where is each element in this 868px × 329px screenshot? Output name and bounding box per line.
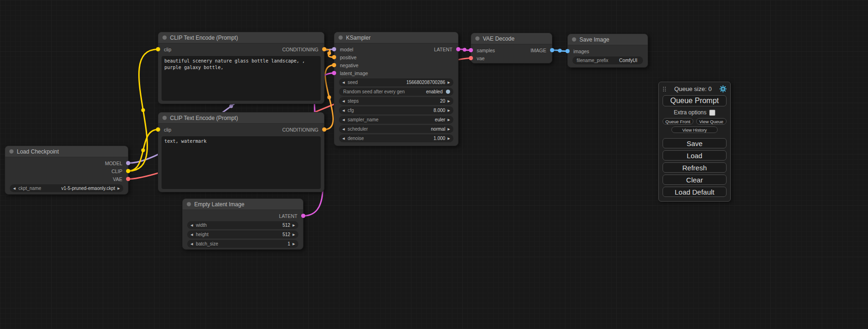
widget-value[interactable]: v1-5-pruned-emaonly.ckpt xyxy=(61,186,115,191)
collapse-dot-icon[interactable] xyxy=(187,202,191,206)
latent-output-port[interactable] xyxy=(301,214,305,218)
collapse-dot-icon[interactable] xyxy=(162,35,167,40)
arrow-left-icon[interactable]: ◀ xyxy=(342,81,345,84)
queue-front-button[interactable]: Queue Front xyxy=(663,118,693,125)
arrow-left-icon[interactable]: ◀ xyxy=(342,118,345,121)
scheduler-widget[interactable]: ◀ scheduler normal ▶ xyxy=(339,125,453,133)
arrow-left-icon[interactable]: ◀ xyxy=(342,99,345,103)
conditioning-output-port[interactable] xyxy=(322,47,326,51)
node-ksampler[interactable]: KSampler model LATENT positive negative … xyxy=(334,32,459,146)
node-clip-text-encode-negative[interactable]: CLIP Text Encode (Prompt) clip CONDITION… xyxy=(158,112,325,192)
samples-input-port[interactable] xyxy=(469,48,473,52)
sampler-name-widget[interactable]: ◀ sampler_name euler ▶ xyxy=(339,116,453,124)
arrow-right-icon[interactable]: ▶ xyxy=(448,99,450,103)
batch-size-widget[interactable]: ◀ batch_size 1 ▶ xyxy=(187,240,298,248)
node-title-bar[interactable]: Save Image xyxy=(568,34,648,45)
arrow-left-icon[interactable]: ◀ xyxy=(191,242,193,245)
latent-output-port[interactable] xyxy=(456,47,460,51)
widget-value[interactable]: euler xyxy=(435,117,445,122)
node-title-bar[interactable]: CLIP Text Encode (Prompt) xyxy=(158,32,324,43)
arrow-right-icon[interactable]: ▶ xyxy=(118,187,120,190)
input-label: samples xyxy=(477,48,495,53)
conditioning-output-port[interactable] xyxy=(322,127,326,132)
load-button[interactable]: Load xyxy=(663,150,727,161)
node-empty-latent-image[interactable]: Empty Latent Image LATENT ◀ width 512 ▶ … xyxy=(182,198,303,250)
vae-input-port[interactable] xyxy=(469,56,473,60)
images-input-port[interactable] xyxy=(565,49,570,53)
arrow-left-icon[interactable]: ◀ xyxy=(13,187,15,190)
clip-output-port[interactable] xyxy=(126,169,130,173)
negative-input-port[interactable] xyxy=(332,63,336,67)
prompt-textarea[interactable]: beautiful scenery nature glass bottle la… xyxy=(162,56,321,101)
vae-output-port[interactable] xyxy=(126,177,130,181)
refresh-button[interactable]: Refresh xyxy=(663,162,727,173)
node-vae-decode[interactable]: VAE Decode samples IMAGE vae xyxy=(471,33,552,63)
height-widget[interactable]: ◀ height 512 ▶ xyxy=(187,231,298,238)
clip-input-port[interactable] xyxy=(156,127,160,132)
view-queue-button[interactable]: View Queue xyxy=(696,118,727,125)
node-load-checkpoint[interactable]: Load Checkpoint MODEL CLIP VAE ◀ ckpt_na… xyxy=(5,146,128,195)
ckpt-name-combo-widget[interactable]: ◀ ckpt_name v1-5-pruned-emaonly.ckpt ▶ xyxy=(10,184,123,192)
random-seed-toggle-widget[interactable]: Random seed after every gen enabled xyxy=(339,88,453,96)
collapse-dot-icon[interactable] xyxy=(9,149,14,154)
arrow-left-icon[interactable]: ◀ xyxy=(342,127,345,131)
arrow-right-icon[interactable]: ▶ xyxy=(293,233,295,236)
slot-row: negative xyxy=(334,61,458,69)
arrow-left-icon[interactable]: ◀ xyxy=(342,137,345,140)
arrow-left-icon[interactable]: ◀ xyxy=(191,233,193,236)
cfg-widget[interactable]: ◀ cfg 8.000 ▶ xyxy=(339,106,453,114)
arrow-right-icon[interactable]: ▶ xyxy=(448,109,450,112)
arrow-right-icon[interactable]: ▶ xyxy=(448,81,450,84)
widget-value[interactable]: 1 xyxy=(288,241,290,246)
node-title-bar[interactable]: Empty Latent Image xyxy=(183,199,303,210)
node-graph-canvas[interactable]: Load Checkpoint MODEL CLIP VAE ◀ ckpt_na… xyxy=(0,0,868,329)
collapse-dot-icon[interactable] xyxy=(339,35,343,40)
widget-value[interactable]: 8.000 xyxy=(434,108,445,113)
view-history-button[interactable]: View History xyxy=(671,126,718,133)
random-seed-toggle-dot[interactable] xyxy=(446,90,450,94)
prompt-textarea[interactable]: text, watermark xyxy=(162,136,321,189)
arrow-left-icon[interactable]: ◀ xyxy=(191,224,193,227)
save-button[interactable]: Save xyxy=(663,138,727,148)
widget-value[interactable]: 1.000 xyxy=(434,136,445,141)
node-title-bar[interactable]: Load Checkpoint xyxy=(5,146,128,157)
collapse-dot-icon[interactable] xyxy=(475,36,480,41)
clear-button[interactable]: Clear xyxy=(663,175,727,185)
settings-gear-icon[interactable] xyxy=(720,85,727,92)
widget-value[interactable]: 156680208700286 xyxy=(406,80,445,85)
extra-options-checkbox[interactable] xyxy=(709,110,715,116)
panel-drag-handle-icon[interactable] xyxy=(663,86,666,92)
node-title-bar[interactable]: KSampler xyxy=(334,32,458,43)
node-save-image[interactable]: Save Image images filename_prefix ComfyU… xyxy=(567,34,648,68)
arrow-right-icon[interactable]: ▶ xyxy=(293,224,295,227)
widget-value[interactable]: 512 xyxy=(282,223,290,228)
image-output-port[interactable] xyxy=(550,48,554,52)
arrow-right-icon[interactable]: ▶ xyxy=(448,137,450,140)
output-label: CONDITIONING xyxy=(282,127,318,133)
load-default-button[interactable]: Load Default xyxy=(663,187,727,197)
widget-value[interactable]: 512 xyxy=(282,232,290,237)
arrow-right-icon[interactable]: ▶ xyxy=(448,118,450,121)
filename-prefix-widget[interactable]: filename_prefix ComfyUI xyxy=(572,56,643,64)
arrow-left-icon[interactable]: ◀ xyxy=(342,109,345,112)
widget-value[interactable]: ComfyUI xyxy=(619,58,637,63)
clip-input-port[interactable] xyxy=(156,47,160,51)
latent-image-input-port[interactable] xyxy=(332,71,336,75)
collapse-dot-icon[interactable] xyxy=(162,116,167,120)
model-input-port[interactable] xyxy=(332,47,336,51)
queue-prompt-button[interactable]: Queue Prompt xyxy=(663,95,727,106)
model-output-port[interactable] xyxy=(126,161,130,165)
width-widget[interactable]: ◀ width 512 ▶ xyxy=(187,221,298,229)
node-title-bar[interactable]: VAE Decode xyxy=(471,33,552,44)
arrow-right-icon[interactable]: ▶ xyxy=(293,242,295,245)
arrow-right-icon[interactable]: ▶ xyxy=(448,127,450,131)
positive-input-port[interactable] xyxy=(332,55,336,59)
node-clip-text-encode-positive[interactable]: CLIP Text Encode (Prompt) clip CONDITION… xyxy=(158,32,325,104)
widget-value[interactable]: normal xyxy=(431,126,445,132)
seed-widget[interactable]: ◀ seed 156680208700286 ▶ xyxy=(339,78,453,86)
denoise-widget[interactable]: ◀ denoise 1.000 ▶ xyxy=(339,134,453,142)
widget-value[interactable]: 20 xyxy=(440,98,445,104)
collapse-dot-icon[interactable] xyxy=(572,37,576,42)
steps-widget[interactable]: ◀ steps 20 ▶ xyxy=(339,97,453,105)
node-title-bar[interactable]: CLIP Text Encode (Prompt) xyxy=(158,112,324,124)
